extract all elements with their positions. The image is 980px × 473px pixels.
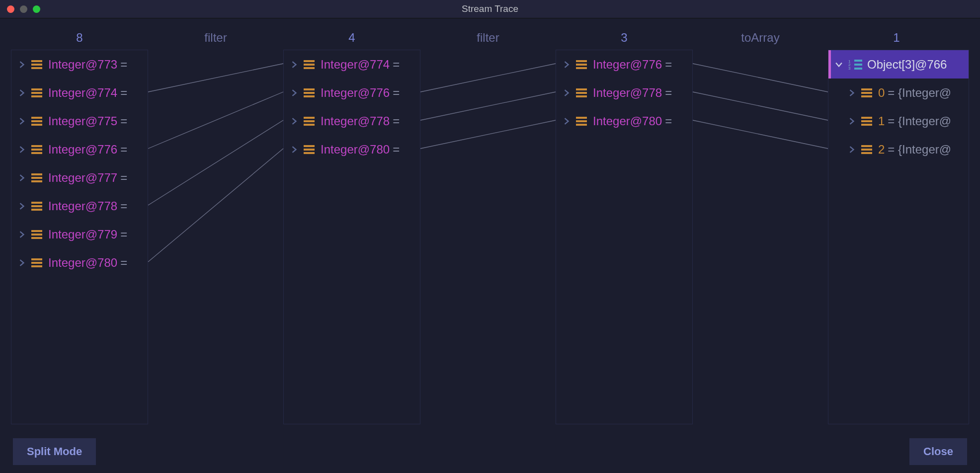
object-icon (31, 145, 42, 154)
item-label: Integer@776 (48, 143, 117, 157)
chevron-right-icon (563, 118, 570, 125)
item-label: Integer@777 (48, 171, 117, 185)
item-suffix: = (120, 199, 127, 213)
operation-label-1: filter (477, 31, 499, 45)
chevron-right-icon (18, 259, 25, 266)
object-icon (31, 60, 42, 69)
array-icon: 123 (848, 60, 862, 70)
object-icon (861, 117, 872, 126)
item-label: Integer@774 (48, 86, 117, 100)
object-icon (31, 230, 42, 239)
trace-content: 8 filter 4 filter 3 toArray 1 Integer@77… (0, 18, 980, 430)
chevron-right-icon (18, 203, 25, 210)
object-icon (31, 117, 42, 126)
item-label: Integer@773 (48, 58, 117, 72)
item-suffix: = (665, 114, 672, 128)
chevron-right-icon (563, 61, 570, 68)
stream-item[interactable]: Integer@778 = (556, 79, 692, 107)
entry-value: = {Integer@ (888, 114, 951, 128)
stream-item[interactable]: Integer@774 = (284, 50, 420, 79)
chevron-down-icon (835, 61, 842, 68)
object-icon (31, 88, 42, 97)
item-label: Integer@778 (321, 114, 390, 128)
minimize-window-icon[interactable] (20, 5, 27, 13)
stream-item[interactable]: Integer@776 = (11, 135, 148, 163)
stage-panel-3: 123 Object[3]@766 0 = {Integer@ 1 = {Int… (828, 50, 969, 424)
stream-item[interactable]: Integer@780 = (556, 107, 692, 135)
chevron-right-icon (291, 146, 298, 153)
result-entry[interactable]: 0 = {Integer@ (828, 79, 969, 107)
operation-label-0: filter (204, 31, 227, 45)
item-suffix: = (665, 86, 672, 100)
item-suffix: = (120, 143, 127, 157)
item-label: Integer@775 (48, 114, 117, 128)
result-entry[interactable]: 1 = {Integer@ (828, 107, 969, 135)
item-label: Integer@780 (593, 114, 662, 128)
window-controls (7, 5, 40, 13)
stream-item[interactable]: Integer@775 = (11, 107, 148, 135)
object-icon (576, 88, 587, 97)
chevron-right-icon (848, 118, 855, 125)
stage-count-3: 1 (893, 31, 899, 45)
stream-item[interactable]: Integer@776 = (556, 50, 692, 79)
item-suffix: = (393, 86, 400, 100)
titlebar: Stream Trace (0, 0, 980, 18)
result-entry[interactable]: 2 = {Integer@ (828, 135, 969, 163)
close-button[interactable]: Close (909, 438, 967, 465)
entry-value: = {Integer@ (888, 86, 951, 100)
stream-item[interactable]: Integer@778 = (284, 107, 420, 135)
chevron-right-icon (18, 146, 25, 153)
entry-index: 0 (878, 86, 885, 100)
object-icon (576, 117, 587, 126)
object-icon (304, 60, 315, 69)
item-label: Integer@776 (593, 58, 662, 72)
item-suffix: = (393, 114, 400, 128)
item-suffix: = (120, 228, 127, 241)
split-mode-button[interactable]: Split Mode (13, 438, 96, 465)
item-suffix: = (665, 58, 672, 72)
object-icon (31, 173, 42, 182)
item-suffix: = (120, 256, 127, 270)
item-suffix: = (393, 143, 400, 157)
chevron-right-icon (18, 174, 25, 181)
stream-item[interactable]: Integer@774 = (11, 79, 148, 107)
chevron-right-icon (18, 118, 25, 125)
stream-item[interactable]: Integer@776 = (284, 79, 420, 107)
stream-item[interactable]: Integer@778 = (11, 192, 148, 220)
object-icon (861, 88, 872, 97)
chevron-right-icon (18, 231, 25, 238)
stream-item[interactable]: Integer@780 = (284, 135, 420, 163)
chevron-right-icon (848, 89, 855, 96)
object-icon (304, 117, 315, 126)
zoom-window-icon[interactable] (33, 5, 40, 13)
result-label: Object[3]@766 (867, 58, 947, 72)
item-suffix: = (120, 114, 127, 128)
chevron-right-icon (291, 89, 298, 96)
object-icon (304, 88, 315, 97)
stage-panel-0: Integer@773 = Integer@774 = Integer@775 … (11, 50, 148, 424)
object-icon (31, 258, 42, 267)
close-window-icon[interactable] (7, 5, 14, 13)
item-label: Integer@779 (48, 228, 117, 241)
stage-count-0: 8 (76, 31, 82, 45)
stream-item[interactable]: Integer@779 = (11, 220, 148, 248)
item-suffix: = (393, 58, 400, 72)
object-icon (304, 145, 315, 154)
chevron-right-icon (291, 118, 298, 125)
stage-count-1: 4 (348, 31, 355, 45)
object-icon (31, 202, 42, 211)
entry-index: 1 (878, 114, 885, 128)
stream-item[interactable]: Integer@777 = (11, 163, 148, 192)
stream-item[interactable]: Integer@780 = (11, 248, 148, 277)
chevron-right-icon (18, 61, 25, 68)
item-label: Integer@780 (321, 143, 390, 157)
operation-label-2: toArray (741, 31, 779, 45)
result-item[interactable]: 123 Object[3]@766 (828, 50, 969, 79)
item-suffix: = (120, 58, 127, 72)
chevron-right-icon (291, 61, 298, 68)
dialog-footer: Split Mode Close (0, 430, 980, 473)
item-label: Integer@776 (321, 86, 390, 100)
stage-panel-2: Integer@776 = Integer@778 = Integer@780 … (556, 50, 693, 424)
item-label: Integer@774 (321, 58, 390, 72)
stream-item[interactable]: Integer@773 = (11, 50, 148, 79)
